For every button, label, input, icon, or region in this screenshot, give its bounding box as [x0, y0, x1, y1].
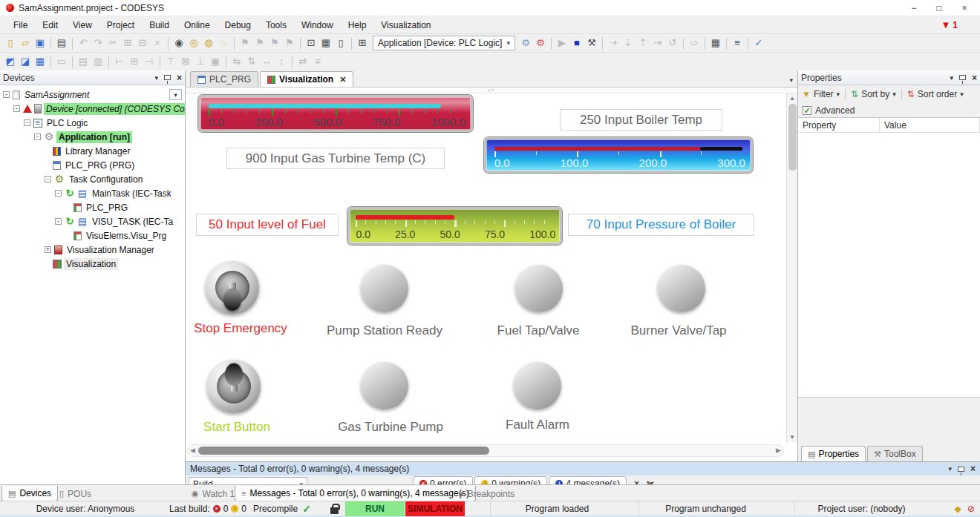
collapse-icon[interactable]: -: [45, 176, 51, 182]
property-column-header[interactable]: Property: [798, 118, 880, 132]
align-left-icon[interactable]: ⊢: [112, 54, 127, 69]
scrollbar-thumb[interactable]: [198, 447, 489, 455]
turbine-temp-input-label[interactable]: 900 Input Gas Turbine Temp (C): [226, 148, 445, 169]
login-icon[interactable]: ⚙: [518, 36, 533, 50]
visu-table-icon[interactable]: ▦: [33, 54, 48, 69]
same-size-icon[interactable]: ▣: [208, 54, 223, 69]
find-icon[interactable]: ◉: [172, 36, 186, 50]
advanced-checkbox[interactable]: ✓: [803, 106, 811, 115]
tree-item-maintask[interactable]: -MainTask (IEC-Task: [0, 186, 185, 200]
menu-item-debug[interactable]: Debug: [218, 18, 258, 33]
panel-menu-icon[interactable]: ▾: [154, 74, 158, 82]
paste-icon[interactable]: ⊟: [135, 36, 150, 50]
send-back-icon[interactable]: ≡: [310, 54, 325, 69]
undo-icon[interactable]: ↶: [76, 36, 91, 50]
visu-frame-icon[interactable]: ▭: [54, 54, 69, 69]
sort-by-button[interactable]: Sort by: [861, 89, 889, 99]
delete-icon[interactable]: ×: [150, 36, 165, 50]
tab-devices[interactable]: ▤ Devices: [1, 486, 58, 501]
bookmark-toggle-icon[interactable]: ⚑: [238, 36, 252, 50]
panel-menu-icon[interactable]: ▾: [948, 465, 952, 472]
flow-control-icon[interactable]: ▦: [708, 36, 723, 50]
step-into-icon[interactable]: ⇣: [621, 36, 636, 50]
bring-front-icon[interactable]: ⇄: [295, 54, 310, 69]
replace-icon[interactable]: ◍: [201, 36, 216, 50]
pin-icon[interactable]: [959, 75, 966, 80]
editor-splitter[interactable]: ▵▿: [186, 88, 797, 93]
visu-select-icon[interactable]: ◩: [3, 54, 18, 69]
tab-watch[interactable]: ◉ Watch 1: [186, 486, 241, 501]
collapse-icon[interactable]: -: [55, 218, 62, 225]
tab-toolbox[interactable]: ⚒ ToolBox: [867, 446, 923, 461]
chevron-down-icon[interactable]: ▾: [960, 90, 964, 98]
ungroup-icon[interactable]: ▥: [91, 54, 105, 69]
fuel-level-input-label[interactable]: 50 Input level of Fuel: [196, 214, 339, 236]
panel-menu-icon[interactable]: ▾: [950, 74, 953, 82]
close-icon[interactable]: ×: [177, 73, 182, 83]
active-application-selector[interactable]: Application [Device: PLC Logic] ▾: [373, 36, 515, 50]
boiler-pressure-input-label[interactable]: 70 Input Pressure of Boiler: [568, 214, 754, 236]
space-h-icon[interactable]: ↔: [259, 54, 274, 69]
view-lines-icon[interactable]: ≡: [730, 36, 745, 50]
distribute-h-icon[interactable]: ⇆: [229, 54, 244, 69]
open-project-icon[interactable]: ▱: [18, 36, 33, 50]
boiler-temp-input-label[interactable]: 250 Input Boiler Temp: [560, 109, 722, 131]
minimize-button[interactable]: −: [901, 3, 927, 13]
gas-turbine-temp-gauge[interactable]: 0.0 250.0 500.0 750.0 1000.0: [198, 95, 473, 132]
grid-dropdown-icon[interactable]: ▦: [318, 36, 333, 50]
tab-visualization[interactable]: Visualization ✕: [260, 71, 353, 87]
align-bottom-icon[interactable]: ⊥: [193, 54, 208, 69]
tree-item-task-configuration[interactable]: -Task Configuration: [0, 172, 185, 186]
bookmark-clear-icon[interactable]: ⚑: [282, 36, 297, 50]
collapse-icon[interactable]: -: [24, 119, 30, 126]
tree-item-plc-prg[interactable]: PLC_PRG (PRG): [0, 158, 185, 172]
cut-icon[interactable]: ✂: [105, 36, 120, 50]
start-button-switch[interactable]: [207, 360, 261, 413]
stop-icon[interactable]: ■: [569, 36, 584, 50]
stop-emergency-switch[interactable]: [206, 261, 259, 315]
fuel-valve-lamp[interactable]: [515, 265, 563, 312]
align-center-icon[interactable]: ⊞: [127, 54, 142, 69]
print-icon[interactable]: ▤: [54, 36, 69, 50]
sort-order-button[interactable]: Sort order: [918, 89, 957, 99]
tree-item-visualization-manager[interactable]: +Visualization Manager: [0, 243, 185, 257]
tree-item-visuelems[interactable]: VisuElems.Visu_Prg: [0, 228, 185, 243]
project-dropdown-icon[interactable]: ▾: [169, 89, 182, 100]
tree-item-application[interactable]: -Application [run]: [0, 130, 185, 144]
distribute-v-icon[interactable]: ⇅: [244, 54, 259, 69]
tree-item-visu-task[interactable]: -VISU_TASK (IEC-Ta: [0, 214, 185, 228]
menu-item-edit[interactable]: Edit: [35, 18, 65, 33]
property-grid-body[interactable]: [798, 133, 980, 398]
maximize-button[interactable]: □: [927, 3, 952, 13]
close-button[interactable]: ×: [952, 3, 977, 13]
tab-properties[interactable]: ▤ Properties: [801, 446, 866, 461]
tab-breakpoints[interactable]: ● Breakpoints: [453, 486, 520, 501]
logout-icon[interactable]: ⚙: [533, 36, 548, 50]
close-icon[interactable]: ×: [972, 73, 977, 83]
scrollbar-thumb[interactable]: [788, 104, 797, 171]
menu-item-window[interactable]: Window: [294, 18, 341, 33]
run-to-cursor-icon[interactable]: ⇥: [650, 36, 665, 50]
filter-button[interactable]: Filter: [814, 89, 834, 99]
chevron-down-icon[interactable]: ▾: [892, 90, 896, 98]
tree-item-library-manager[interactable]: Library Manager: [0, 144, 185, 158]
boiler-temp-gauge[interactable]: 0.0 100.0 200.0 300.0: [484, 137, 753, 173]
start-icon[interactable]: ▶: [555, 36, 569, 50]
collapse-icon[interactable]: -: [34, 134, 41, 140]
scroll-up-icon[interactable]: ▲: [787, 95, 797, 102]
expand-icon[interactable]: +: [45, 246, 51, 253]
collapse-icon[interactable]: -: [3, 91, 10, 98]
burner-valve-lamp[interactable]: [658, 265, 705, 312]
horizontal-scrollbar[interactable]: ◀ ▶: [187, 444, 784, 457]
pump-station-lamp[interactable]: [361, 265, 408, 312]
bookmark-prev-icon[interactable]: ⚑: [252, 36, 267, 50]
pin-icon[interactable]: [164, 75, 171, 80]
syntax-check-icon[interactable]: ✓: [751, 36, 766, 50]
align-middle-icon[interactable]: ⊠: [178, 54, 193, 69]
calendar-icon[interactable]: ⊞: [355, 36, 370, 50]
collapse-icon[interactable]: -: [55, 190, 62, 197]
notification-area[interactable]: ▼ 1: [941, 20, 958, 30]
group-icon[interactable]: ▤: [76, 54, 91, 69]
tools-icon[interactable]: ⚒: [584, 36, 599, 50]
scroll-left-icon[interactable]: ◀: [190, 447, 195, 454]
